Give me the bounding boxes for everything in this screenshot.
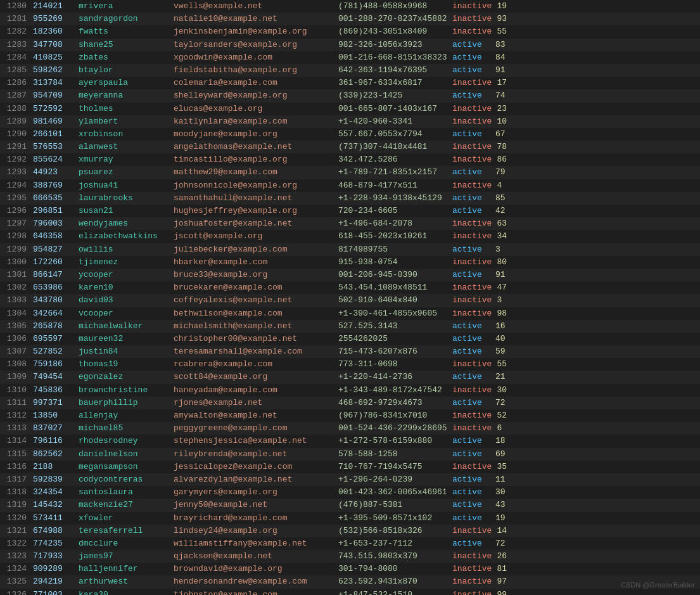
row-number: 84	[495, 52, 516, 63]
row-number: 47	[497, 282, 517, 293]
phone: 001-423-362-0065x46961	[338, 487, 452, 498]
line-number: 1303	[3, 295, 33, 306]
line-number: 1281	[3, 13, 33, 25]
row-number: 81	[497, 563, 517, 575]
table-row: 1323 717933 james97 qjackson@example.net…	[0, 550, 700, 563]
phone: 468-692-9729x4673	[338, 397, 452, 409]
status-badge: inactive	[452, 359, 497, 370]
email: brucekaren@example.com	[174, 282, 338, 293]
row-id: 573411	[33, 513, 79, 524]
table-row: 1300 172260 tjimenez hbarker@example.com…	[0, 256, 700, 269]
row-id: 862562	[33, 449, 79, 460]
row-number: 3	[497, 295, 517, 306]
email: jessicalopez@example.com	[174, 461, 338, 473]
line-number: 1326	[3, 589, 33, 595]
row-number: 52	[497, 410, 517, 421]
row-number: 72	[495, 397, 516, 409]
row-number: 69	[495, 449, 516, 460]
username: codycontreras	[79, 474, 174, 485]
phone: 301-794-8080	[338, 563, 452, 575]
row-id: 796116	[33, 435, 79, 447]
row-id: 527852	[33, 346, 79, 357]
email: hughesjeffrey@example.org	[174, 205, 338, 217]
row-id: 313784	[33, 77, 79, 89]
status-badge: active	[452, 333, 495, 345]
table-row: 1283 347708 shane25 taylorsanders@exampl…	[0, 39, 700, 51]
username: susan21	[79, 205, 174, 217]
username: ayerspaula	[79, 77, 174, 89]
phone: (532)566-8518x326	[338, 525, 452, 537]
row-number: 86	[497, 154, 517, 165]
username: mrivera	[79, 1, 174, 12]
line-number: 1311	[3, 397, 33, 409]
username: rhodesrodney	[79, 435, 174, 447]
row-id: 576553	[33, 141, 79, 153]
line-number: 1306	[3, 333, 33, 345]
line-number: 1283	[3, 39, 33, 51]
row-id: 717933	[33, 551, 79, 562]
line-number: 1299	[3, 244, 33, 255]
table-row: 1289 981469 ylambert kaitlynlara@example…	[0, 115, 700, 128]
email: joshuafoster@example.net	[174, 218, 338, 229]
row-id: 13850	[33, 410, 79, 421]
username: danielnelson	[79, 449, 174, 460]
row-id: 909289	[33, 563, 79, 575]
status-badge: active	[452, 321, 495, 332]
row-number: 17	[497, 77, 517, 89]
email: scott84@example.org	[174, 371, 338, 383]
status-badge: inactive	[452, 218, 497, 229]
line-number: 1292	[3, 154, 33, 165]
table-row: 1302 653986 karen10 brucekaren@example.c…	[0, 281, 700, 294]
line-number: 1280	[3, 1, 33, 12]
username: justin84	[79, 346, 174, 357]
phone: 915-938-0754	[338, 257, 452, 268]
status-badge: inactive	[452, 13, 497, 25]
row-id: 771003	[33, 589, 79, 595]
phone: 720-234-6605	[338, 205, 452, 217]
row-id: 214021	[33, 1, 79, 12]
username: bauerphillip	[79, 397, 174, 409]
row-number: 26	[497, 551, 517, 562]
status-badge: inactive	[452, 551, 497, 562]
row-number: 72	[495, 538, 516, 549]
email: williamstiffany@example.net	[174, 538, 338, 549]
phone: 001-524-436-2299x28695	[338, 423, 452, 434]
table-row: 1298 646358 elizabethwatkins jscott@exam…	[0, 230, 700, 243]
phone: +1-847-532-1510	[338, 589, 452, 595]
row-id: 343780	[33, 295, 79, 306]
row-number: 55	[497, 359, 517, 370]
email: kaitlynlara@example.com	[174, 116, 338, 127]
line-number: 1319	[3, 499, 33, 511]
email: xgoodwin@example.com	[174, 52, 338, 63]
phone: 001-665-807-1403x167	[338, 103, 452, 115]
table-row: 1288 572592 tholmes elucas@example.org 0…	[0, 103, 700, 115]
email: shelleyward@example.org	[174, 90, 338, 101]
row-id: 796003	[33, 218, 79, 229]
phone: +1-272-578-6159x880	[338, 435, 452, 447]
email: hbarker@example.com	[174, 257, 338, 268]
line-number: 1290	[3, 129, 33, 140]
username: tjimenez	[79, 257, 174, 268]
line-number: 1305	[3, 321, 33, 332]
table-row: 1321 674988 teresaferrell lindsey24@exam…	[0, 525, 700, 537]
row-number: 6	[497, 423, 517, 434]
table-row: 1324 909289 halljennifer browndavid@exam…	[0, 563, 700, 575]
row-number: 78	[497, 141, 517, 153]
row-number: 74	[495, 90, 516, 101]
phone: 527.525.3143	[338, 321, 452, 332]
username: psuarez	[79, 167, 174, 178]
row-number: 16	[495, 321, 516, 332]
line-number: 1289	[3, 116, 33, 127]
email: samanthahull@example.net	[174, 193, 338, 204]
row-number: 80	[497, 257, 517, 268]
row-id: 666535	[33, 193, 79, 204]
email: lindsey24@example.org	[174, 525, 338, 537]
phone: 773-311-0698	[338, 359, 452, 370]
row-number: 59	[495, 346, 516, 357]
line-number: 1300	[3, 257, 33, 268]
row-id: 653986	[33, 282, 79, 293]
email: alvarezdylan@example.net	[174, 474, 338, 485]
table-row: 1307 527852 justin84 teresamarshall@exam…	[0, 345, 700, 358]
row-number: 91	[495, 269, 516, 281]
username: laurabrooks	[79, 193, 174, 204]
